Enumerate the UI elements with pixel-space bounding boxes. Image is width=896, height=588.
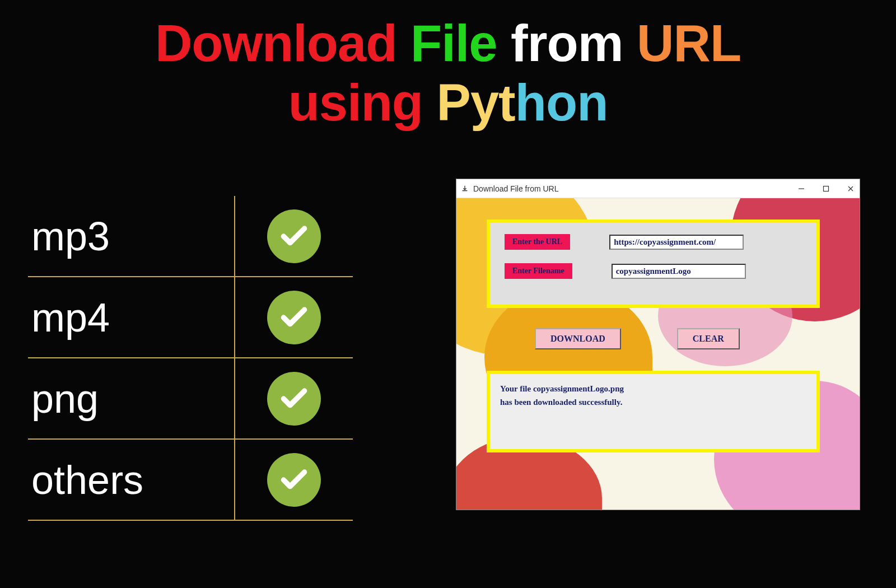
filetype-status: [235, 453, 353, 507]
status-line: has been downloaded successfully.: [500, 395, 806, 409]
app-body: Enter the URL Enter Filename DOWNLOAD CL…: [456, 198, 860, 510]
app-window: Download File from URL Enter the URL: [456, 179, 860, 510]
title-word-using: using: [288, 74, 423, 131]
title-word-url: URL: [637, 15, 741, 72]
table-row: mp3: [28, 196, 353, 277]
status-line: Your file copyassignmentLogo.png: [500, 382, 806, 395]
title-word-python: Python: [437, 74, 608, 131]
clear-button[interactable]: CLEAR: [677, 328, 740, 349]
filetype-status: [235, 209, 353, 263]
filetype-label: others: [28, 440, 235, 520]
svg-rect-2: [824, 186, 829, 191]
download-button[interactable]: DOWNLOAD: [535, 328, 621, 349]
status-frame: Your file copyassignmentLogo.png has bee…: [487, 371, 820, 452]
maximize-button[interactable]: [822, 184, 830, 193]
filetype-label: mp4: [28, 277, 235, 357]
filename-label: Enter Filename: [505, 263, 572, 279]
checkmark-icon: [267, 453, 321, 507]
checkmark-icon: [267, 209, 321, 263]
filetype-status: [235, 291, 353, 344]
filetype-label: mp3: [28, 196, 235, 276]
button-row: DOWNLOAD CLEAR: [535, 328, 740, 349]
window-title: Download File from URL: [473, 184, 559, 193]
close-button[interactable]: [846, 184, 855, 193]
main-heading: Download File from URL using Python: [0, 0, 896, 133]
filetype-table: mp3 mp4 png others: [28, 196, 353, 521]
filetype-label: png: [28, 358, 235, 438]
filetype-status: [235, 372, 353, 426]
checkmark-icon: [267, 291, 321, 344]
title-word-download: Download: [155, 15, 397, 72]
input-frame: Enter the URL Enter Filename: [487, 220, 820, 308]
table-row: mp4: [28, 277, 353, 358]
checkmark-icon: [267, 372, 321, 426]
url-label: Enter the URL: [505, 234, 570, 250]
app-icon: [461, 185, 469, 193]
table-row: png: [28, 358, 353, 440]
table-row: others: [28, 440, 353, 521]
url-input[interactable]: [609, 235, 744, 250]
title-word-from: from: [511, 15, 623, 72]
minimize-button[interactable]: [797, 184, 806, 193]
title-word-file: File: [410, 15, 497, 72]
filename-input[interactable]: [612, 264, 746, 279]
window-titlebar: Download File from URL: [456, 179, 860, 198]
